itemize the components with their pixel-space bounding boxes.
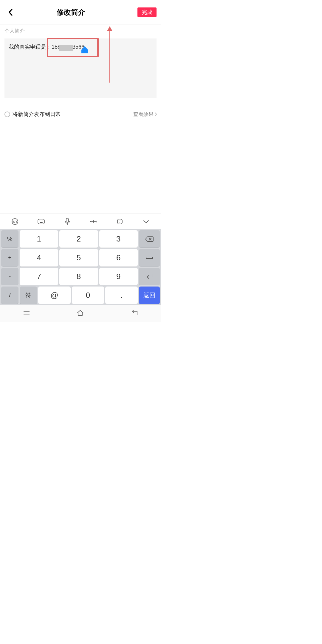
numeric-keyboard: % + - / 1 2 3 4 5 6 (0, 229, 161, 305)
nav-recent-icon[interactable] (23, 310, 30, 317)
svg-point-3 (39, 221, 40, 221)
key-5[interactable]: 5 (59, 249, 98, 267)
preview-label: 查看效果 (133, 111, 154, 118)
svg-point-5 (42, 221, 43, 221)
nav-back-icon[interactable] (130, 310, 138, 317)
section-label: 个人简介 (0, 24, 161, 35)
svg-text:讯飞: 讯飞 (12, 220, 18, 223)
page-title: 修改简介 (4, 7, 137, 17)
enter-icon (145, 274, 153, 280)
system-navbar (0, 305, 161, 322)
key-9[interactable]: 9 (99, 268, 138, 285)
header: 修改简介 完成 (0, 0, 161, 24)
publish-label: 将新简介发布到日常 (13, 111, 61, 118)
key-return[interactable]: 返回 (139, 287, 160, 304)
keyboard-toolbar: 讯飞 (0, 214, 161, 229)
collapse-keyboard-icon[interactable] (141, 216, 151, 227)
key-symbols[interactable]: 符 (20, 287, 37, 304)
nav-home-icon[interactable] (76, 309, 84, 318)
svg-rect-7 (66, 218, 69, 222)
key-percent[interactable]: % (1, 230, 18, 248)
svg-rect-6 (40, 222, 43, 223)
backspace-icon (145, 236, 154, 242)
radio-icon (4, 112, 10, 117)
key-dot[interactable]: . (105, 287, 138, 304)
key-1[interactable]: 1 (20, 230, 58, 248)
preview-link[interactable]: 查看效果 (133, 111, 157, 118)
ime-engine-icon[interactable]: 讯飞 (10, 216, 20, 227)
keyboard-icon[interactable] (36, 216, 46, 227)
key-space[interactable] (139, 249, 160, 267)
key-0[interactable]: 0 (72, 287, 104, 304)
space-icon (145, 256, 154, 260)
publish-toggle[interactable]: 将新简介发布到日常 (4, 111, 61, 118)
key-8[interactable]: 8 (59, 268, 98, 285)
svg-point-4 (41, 221, 41, 221)
keyboard-section: 讯飞 % + - (0, 213, 161, 305)
svg-rect-8 (117, 219, 122, 224)
key-3[interactable]: 3 (99, 230, 138, 248)
key-slash[interactable]: / (1, 287, 18, 304)
publish-row: 将新简介发布到日常 查看效果 (0, 111, 161, 118)
voice-icon[interactable] (62, 216, 72, 227)
clipboard-icon[interactable] (115, 216, 125, 227)
key-at[interactable]: @ (38, 287, 71, 304)
key-minus[interactable]: - (1, 268, 18, 285)
done-button[interactable]: 完成 (137, 7, 157, 17)
key-enter[interactable] (139, 268, 160, 285)
key-backspace[interactable] (139, 230, 160, 248)
svg-rect-2 (38, 219, 44, 224)
bio-text-value: 18885503566 (52, 44, 84, 50)
cursor-handle-icon[interactable] (81, 46, 88, 53)
chevron-right-icon (154, 112, 157, 116)
bio-text-prefix: 我的真实电话是： (9, 43, 52, 50)
key-4[interactable]: 4 (20, 249, 58, 267)
key-plus[interactable]: + (1, 249, 18, 267)
key-6[interactable]: 6 (99, 249, 138, 267)
cursor-move-icon[interactable] (89, 216, 99, 227)
key-2[interactable]: 2 (59, 230, 98, 248)
bio-textarea[interactable]: 我的真实电话是：18885503566 (4, 38, 157, 98)
key-7[interactable]: 7 (20, 268, 58, 285)
